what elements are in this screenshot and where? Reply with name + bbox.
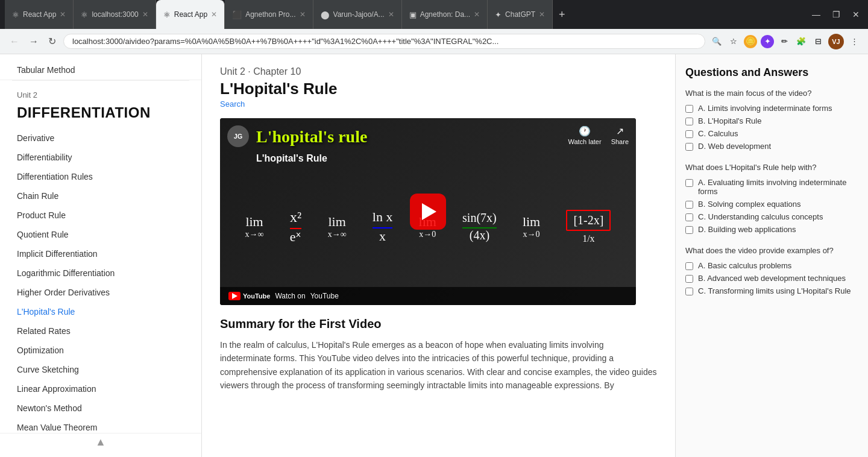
answer-label-q3c: C. Transforming limits using L'Hopital's… [698, 286, 851, 295]
youtube-logo: YouTube [228, 292, 270, 300]
search-icon[interactable]: 🔍 [710, 35, 723, 48]
answer-option-q1b[interactable]: B. L'Hopital's Rule [685, 116, 858, 125]
checkbox-q3b[interactable] [685, 275, 693, 283]
edit-icon[interactable]: ✏ [778, 35, 791, 48]
star-icon[interactable]: ☆ [727, 35, 740, 48]
checkbox-q2c[interactable] [685, 213, 693, 221]
play-icon [422, 203, 436, 220]
answer-option-q2c[interactable]: C. Understanding calculus concepts [685, 212, 858, 221]
math-expr-4: ln x x [368, 204, 398, 249]
browser-tab-t4[interactable]: ⬛ Agnethon Pro... ✕ [225, 0, 313, 29]
browser-tab-t7[interactable]: ✦ ChatGPT ✕ [488, 0, 553, 29]
sidebar-item-curve-sketching[interactable]: Curve Sketching [0, 360, 201, 379]
tab-close-icon[interactable]: ✕ [388, 10, 394, 19]
answer-label-q1d: D. Web development [698, 142, 771, 151]
question-block-q3: What does the video provide examples of?… [685, 246, 858, 295]
sidebar-top-item[interactable]: Tabular Method [0, 60, 201, 80]
back-button[interactable]: ← [7, 34, 22, 49]
browser-chrome: ⚛ React App ✕ ⚛ localhost:3000 ✕ ⚛ React… [0, 0, 868, 29]
new-tab-button[interactable]: + [553, 8, 571, 21]
questions-container: What is the main focus of the video?A. L… [685, 89, 858, 295]
checkbox-q1a[interactable] [685, 105, 693, 113]
summary-title: Summary for the First Video [220, 317, 657, 331]
questions-title: Questions and Answers [685, 66, 858, 79]
checkbox-q1b[interactable] [685, 118, 693, 125]
answer-option-q3c[interactable]: C. Transforming limits using L'Hopital's… [685, 286, 858, 295]
coin-icon[interactable]: 🪙 [744, 35, 757, 48]
answer-option-q1c[interactable]: C. Calculus [685, 129, 858, 138]
answer-option-q1d[interactable]: D. Web development [685, 142, 858, 151]
checkbox-q1d[interactable] [685, 143, 693, 151]
browser-tab-t3[interactable]: ⚛ React App ✕ [156, 0, 225, 29]
extensions-icon[interactable]: 🧩 [794, 35, 808, 48]
menu-icon[interactable]: ⋮ [848, 35, 861, 48]
search-link[interactable]: Search [220, 99, 657, 109]
browser-tab-t1[interactable]: ⚛ React App ✕ [5, 0, 74, 29]
math-expr-2: x² eˣ [285, 204, 307, 250]
sidebar-icon[interactable]: ⊟ [811, 35, 825, 48]
maximize-button[interactable]: ❐ [829, 8, 844, 20]
video-controls-top: 🕐 Watch later ↗ Share [568, 125, 629, 145]
url-input[interactable] [63, 34, 705, 49]
answer-option-q2b[interactable]: B. Solving complex equations [685, 200, 858, 209]
answer-option-q2d[interactable]: D. Building web applications [685, 225, 858, 234]
question-block-q2: What does L'Hopital's Rule help with?A. … [685, 163, 858, 234]
checkbox-q1c[interactable] [685, 130, 693, 138]
window-controls[interactable]: — ❐ ✕ [808, 8, 863, 20]
video-title-overlay: L'hopital's rule [256, 127, 367, 147]
video-container[interactable]: JG L'hopital's rule L'hopital's Rule 🕐 W… [220, 118, 636, 305]
tab-close-icon[interactable]: ✕ [142, 10, 148, 19]
checkbox-q2a[interactable] [685, 179, 693, 187]
checkbox-q3c[interactable] [685, 288, 693, 295]
forward-button[interactable]: → [27, 34, 41, 49]
browser-tab-t2[interactable]: ⚛ localhost:3000 ✕ [74, 0, 156, 29]
minimize-button[interactable]: — [808, 8, 824, 20]
close-button[interactable]: ✕ [849, 8, 863, 20]
checkbox-q3a[interactable] [685, 262, 693, 270]
extension-icon[interactable]: ✦ [761, 35, 774, 48]
sidebar-item-optimization[interactable]: Optimization [0, 341, 201, 360]
answer-option-q2a[interactable]: A. Evaluating limits involving indetermi… [685, 178, 858, 196]
video-bottom-bar: YouTube Watch on YouTube [220, 287, 636, 305]
sidebar-item-related-rates[interactable]: Related Rates [0, 321, 201, 341]
chapter-title: L'Hopital's Rule [220, 80, 657, 98]
answer-option-q1a[interactable]: A. Limits involving indeterminate forms [685, 104, 858, 113]
browser-tab-t5[interactable]: ⬤ Varun-Jajoo/A... ✕ [313, 0, 402, 29]
sidebar-item-newtons-method[interactable]: Newton's Method [0, 399, 201, 418]
tab-close-icon[interactable]: ✕ [60, 10, 66, 19]
sidebar-item-differentiability[interactable]: Differentiability [0, 148, 201, 167]
tab-close-icon[interactable]: ✕ [539, 10, 545, 19]
sidebar-item-chain-rule[interactable]: Chain Rule [0, 186, 201, 206]
reload-button[interactable]: ↻ [46, 33, 58, 49]
sidebar-item-quotient-rule[interactable]: Quotient Rule [0, 225, 201, 244]
watch-later-button[interactable]: 🕐 Watch later [568, 125, 601, 145]
tab-close-icon[interactable]: ✕ [474, 10, 480, 19]
play-button[interactable] [410, 194, 446, 230]
sidebar-item-differentiation-rules[interactable]: Differentiation Rules [0, 167, 201, 186]
answer-label-q3a: A. Basic calculus problems [698, 261, 791, 270]
answer-option-q3a[interactable]: A. Basic calculus problems [685, 261, 858, 270]
checkbox-q2d[interactable] [685, 226, 693, 234]
answer-option-q3b[interactable]: B. Advanced web development techniques [685, 274, 858, 283]
sidebar-item-implicit-differentiation[interactable]: Implicit Differentiation [0, 244, 201, 263]
sidebar-item-product-rule[interactable]: Product Rule [0, 206, 201, 225]
share-button[interactable]: ↗ Share [611, 125, 629, 145]
checkbox-q2b[interactable] [685, 201, 693, 209]
chapter-label: Unit 2 · Chapter 10 [220, 66, 657, 77]
tab-close-icon[interactable]: ✕ [211, 10, 217, 19]
tab-bar: ⚛ React App ✕ ⚛ localhost:3000 ✕ ⚛ React… [5, 0, 804, 29]
sidebar-item-logarithmic-differentiation[interactable]: Logarithmic Differentiation [0, 263, 201, 283]
address-icons: 🔍 ☆ 🪙 ✦ ✏ 🧩 ⊟ VJ ⋮ [710, 34, 861, 49]
main-layout: Tabular Method Unit 2 DIFFERENTIATION De… [0, 54, 868, 457]
question-block-q1: What is the main focus of the video?A. L… [685, 89, 858, 151]
profile-avatar[interactable]: VJ [828, 34, 844, 49]
sidebar-item-lhopitals-rule[interactable]: L'Hopital's Rule [0, 302, 201, 321]
tab-close-icon[interactable]: ✕ [300, 10, 306, 19]
math-expr-6: sin(7x) (4x) [458, 206, 502, 247]
sidebar-unit-title: DIFFERENTIATION [0, 102, 201, 128]
browser-tab-t6[interactable]: ▣ Agnethon: Da... ✕ [402, 0, 488, 29]
sidebar-item-linear-approximation[interactable]: Linear Approximation [0, 379, 201, 399]
sidebar-item-higher-order-derivatives[interactable]: Higher Order Derivatives [0, 283, 201, 302]
sidebar-item-derivative[interactable]: Derivative [0, 128, 201, 148]
scroll-up-button[interactable]: ▲ [95, 436, 106, 449]
